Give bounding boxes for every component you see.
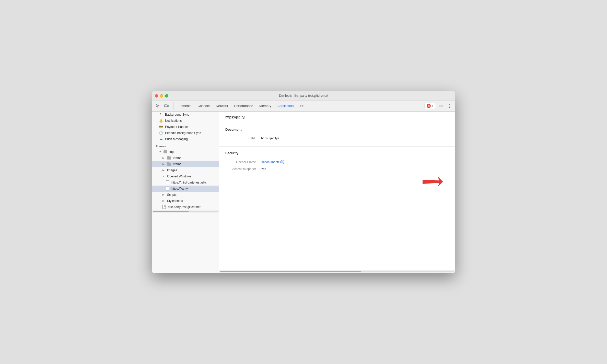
error-icon: ✕	[427, 104, 431, 108]
arrow-down-icon: ▼	[159, 150, 161, 153]
arrow-right-icon: ▶	[162, 193, 165, 196]
tab-network[interactable]: Network	[213, 101, 231, 111]
detail-scrollbar[interactable]	[219, 270, 455, 273]
titlebar: DevTools - first-party-test.glitch.me//	[152, 91, 455, 101]
document-section: Document URL https://jec.fyi/	[219, 123, 455, 147]
svg-marker-3	[423, 177, 443, 187]
toolbar-icons	[154, 102, 173, 110]
sync-icon: ↻	[159, 113, 163, 116]
sidebar-item-background-sync[interactable]: ↻ Background Sync	[152, 112, 219, 118]
access-value: Yes	[261, 167, 266, 171]
toolbar-right: ✕ 1 ⚙ ⋮	[424, 102, 453, 110]
security-section-title: Security	[225, 151, 449, 155]
detail-scrollbar-track	[220, 271, 454, 272]
sidebar-item-iframe2[interactable]: ▶ iframe	[152, 161, 219, 167]
nav-tabs: Elements Console Network Performance Mem…	[174, 101, 424, 111]
folder-icon	[167, 163, 171, 166]
opener-frame-label: Opener Frame	[225, 160, 256, 164]
tab-console[interactable]: Console	[194, 101, 213, 111]
error-badge[interactable]: ✕ 1	[424, 103, 436, 109]
svg-rect-1	[167, 105, 168, 107]
file-icon	[166, 180, 169, 184]
more-icon[interactable]: ⋮	[446, 102, 453, 110]
detail-url: https://jec.fyi	[219, 112, 455, 123]
sidebar-item-first-party-file[interactable]: first-party-test.glitch.me/	[152, 204, 219, 210]
opener-frame-link-text: <#document>	[261, 160, 280, 164]
close-button[interactable]	[155, 94, 158, 98]
url-value: https://jec.fyi/	[261, 137, 279, 140]
arrow-right-icon: ▶	[162, 156, 165, 159]
sidebar-item-stylesheets[interactable]: ▶ Stylesheets	[152, 198, 219, 204]
detail-scrollbar-thumb	[220, 271, 361, 272]
sidebar-item-periodic-bg-sync[interactable]: 🕐 Periodic Background Sync	[152, 130, 219, 136]
tab-memory[interactable]: Memory	[256, 101, 274, 111]
sidebar-item-opened-windows[interactable]: ▼ Opened Windows	[152, 173, 219, 179]
sidebar: ↻ Background Sync 🔔 Notifications 💳 Paym…	[152, 112, 219, 273]
svg-rect-0	[165, 105, 167, 107]
folder-icon	[164, 150, 167, 153]
sidebar-item-top[interactable]: ▼ top	[152, 149, 219, 155]
sidebar-item-third-party-url[interactable]: https://third-party-test.glitch.me/po	[152, 179, 219, 186]
sidebar-item-jec-fyi[interactable]: https://jec.fyi	[152, 186, 219, 192]
main-content: ↻ Background Sync 🔔 Notifications 💳 Paym…	[152, 112, 455, 273]
file-icon	[166, 187, 169, 190]
sidebar-item-images[interactable]: ▶ Images	[152, 167, 219, 173]
sidebar-item-scripts[interactable]: ▶ Scripts	[152, 192, 219, 198]
detail-scrollbar-container	[219, 270, 455, 273]
cloud-icon: ☁	[159, 137, 163, 141]
arrow-right-icon: ▶	[162, 169, 165, 172]
sidebar-scrollbar-track	[153, 211, 218, 212]
sidebar-scrollbar-thumb	[153, 211, 189, 212]
tab-elements[interactable]: Elements	[174, 101, 194, 111]
frames-section-header: Frames	[152, 142, 219, 149]
sidebar-item-iframe1[interactable]: ▶ iframe	[152, 155, 219, 161]
arrow-annotation	[423, 174, 443, 189]
tab-more[interactable]: >>	[297, 101, 307, 111]
tab-application[interactable]: Application	[274, 101, 297, 111]
document-section-title: Document	[225, 128, 449, 131]
opener-frame-row: Opener Frame <#document> </>	[225, 159, 449, 166]
url-label: URL	[225, 137, 256, 140]
window-title: DevTools - first-party-test.glitch.me//	[279, 94, 328, 98]
code-icon: </>	[280, 160, 284, 164]
access-opener-row: Access to opener Yes	[225, 166, 449, 172]
sidebar-item-push-messaging[interactable]: ☁ Push Messaging	[152, 136, 219, 142]
arrow-right-icon: ▶	[162, 199, 165, 202]
sidebar-scrollbar[interactable]	[152, 210, 219, 213]
security-section: Security Opener Frame <#document> </> Ac…	[219, 147, 455, 177]
sidebar-item-notifications[interactable]: 🔔 Notifications	[152, 118, 219, 124]
folder-icon	[167, 156, 171, 160]
devtools-window: DevTools - first-party-test.glitch.me// …	[152, 91, 455, 273]
card-icon: 💳	[159, 125, 163, 129]
detail-pane: https://jec.fyi Document URL https://jec…	[219, 112, 455, 273]
access-label: Access to opener	[225, 167, 256, 171]
url-row: URL https://jec.fyi/	[225, 135, 449, 142]
arrow-right-icon: ▶	[162, 163, 165, 165]
minimize-button[interactable]	[160, 94, 163, 98]
bell-icon: 🔔	[159, 119, 163, 123]
toolbar: Elements Console Network Performance Mem…	[152, 101, 455, 112]
arrow-down-icon: ▼	[162, 175, 165, 178]
clock-icon: 🕐	[159, 131, 163, 135]
inspect-icon[interactable]	[154, 102, 161, 110]
settings-icon[interactable]: ⚙	[437, 102, 445, 110]
sidebar-item-payment-handler[interactable]: 💳 Payment Handler	[152, 124, 219, 130]
file-icon	[162, 205, 166, 209]
maximize-button[interactable]	[165, 94, 168, 98]
device-icon[interactable]	[162, 102, 170, 110]
traffic-lights	[155, 94, 168, 98]
opener-frame-link[interactable]: <#document> </>	[261, 160, 284, 164]
tab-performance[interactable]: Performance	[231, 101, 256, 111]
